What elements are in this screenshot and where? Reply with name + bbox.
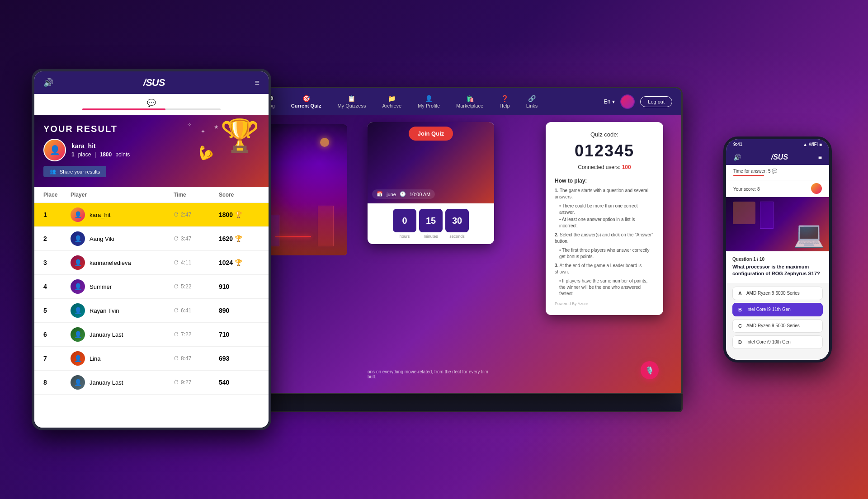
nav-current-quiz[interactable]: 🎯Current Quiz bbox=[288, 93, 325, 110]
row-7-place: 7 bbox=[43, 355, 71, 362]
bullet-1-1: • There could be more than one correct a… bbox=[555, 203, 654, 216]
phone-question-text: What processor is the maximum configurat… bbox=[732, 264, 823, 278]
how-to-step-2: 2. Select the answer(s) and click on the… bbox=[555, 232, 654, 245]
tablet-menu-icon[interactable]: ≡ bbox=[255, 78, 259, 88]
nav-links[interactable]: 🔗Links bbox=[523, 93, 542, 110]
marketplace-icon: 🛍️ bbox=[466, 95, 474, 102]
row-4-score: 910 bbox=[219, 283, 259, 290]
your-result-title: YOUR RESULT bbox=[43, 124, 259, 134]
leaderboard-header: Place Player Time Score bbox=[34, 187, 269, 203]
row-2-score: 1620 🏆 bbox=[219, 235, 259, 242]
phone: 9:41 ▲ WiFi ■ 🔊 /SUS ≡ bbox=[723, 137, 832, 362]
phone-answer-b[interactable]: B Intel Core i9 11th Gen bbox=[732, 303, 823, 316]
countdown-labels: hours minutes seconds bbox=[373, 234, 489, 239]
answer-b-letter: B bbox=[738, 307, 742, 312]
leaderboard-row-1: 1 👤 kara_hit ⏱ 2:47 1800 🏆 bbox=[34, 203, 269, 227]
result-username: kara_hit bbox=[71, 142, 130, 150]
tablet-screen: 🔊 /SUS ≡ 💬 ✦ ★ ✧ bbox=[34, 71, 269, 428]
share-results-button[interactable]: 👥 Share your results bbox=[43, 166, 106, 177]
row-7-time: ⏱ 8:47 bbox=[174, 355, 219, 362]
row-6-score: 710 bbox=[219, 331, 259, 338]
phone-timer-label: Time for answer: 5 💬 bbox=[733, 169, 777, 174]
row-7-avatar: 👤 bbox=[71, 351, 85, 366]
row-1-score: 1800 🏆 bbox=[219, 211, 259, 218]
row-6-place: 6 bbox=[43, 331, 71, 338]
phone-menu-icon[interactable]: ≡ bbox=[818, 154, 822, 161]
row-2-player: 👤 Aang Viki bbox=[71, 231, 174, 246]
row-8-avatar: 👤 bbox=[71, 375, 85, 390]
answer-a-text: AMD Ryzen 9 6000 Series bbox=[746, 291, 800, 296]
clock-icon: ⏱ bbox=[174, 355, 179, 362]
nav-archive[interactable]: 📁Archieve bbox=[378, 93, 405, 110]
hours-block: 0 bbox=[393, 209, 416, 232]
leaderboard-row-5: 5 👤 Rayan Tvin ⏱ 6:41 890 bbox=[34, 299, 269, 323]
row-3-player: 👤 karinanefedieva bbox=[71, 255, 174, 270]
col-player: Player bbox=[71, 192, 174, 198]
archive-icon: 📁 bbox=[388, 95, 396, 102]
phone-answer-c[interactable]: C AMD Ryzen 9 5000 Series bbox=[732, 319, 823, 333]
row-5-name: Rayan Tvin bbox=[90, 307, 119, 314]
row-4-name: Summer bbox=[90, 283, 112, 290]
quiz-date-row: 📅 june 🕙 10:00 AM bbox=[372, 189, 435, 199]
nav-my-profile[interactable]: 👤My Profile bbox=[414, 93, 443, 110]
row-4-place: 4 bbox=[43, 283, 71, 290]
language-selector[interactable]: En ▾ bbox=[604, 99, 615, 105]
phone-time: 9:41 bbox=[733, 142, 742, 147]
battery-icon: ■ bbox=[819, 142, 822, 147]
result-place: 1 bbox=[71, 151, 75, 158]
leaderboard-row-8: 8 👤 January Last ⏱ 9:27 540 bbox=[34, 371, 269, 395]
trophy-icon: 🏆 bbox=[235, 211, 242, 218]
timer-chat-icon: 💬 bbox=[772, 169, 777, 174]
tablet-result-section: ✦ ★ ✧ ✦ ✧ YOUR RESULT 👤 kara_hit 1 place bbox=[34, 115, 269, 187]
laptop-nav-items: 🎮Play 💬Blog 🎯Current Quiz 📋My Quizzess 📁… bbox=[235, 93, 604, 110]
row-2-avatar: 👤 bbox=[71, 231, 85, 246]
logout-button[interactable]: Log out bbox=[640, 96, 672, 107]
nav-user-avatar[interactable] bbox=[620, 94, 635, 109]
bullet-1-2: • At least one answer option in a list i… bbox=[555, 217, 654, 229]
row-2-time: ⏱ 3:47 bbox=[174, 235, 219, 242]
phone-answers: A AMD Ryzen 9 6000 Series B Intel Core i… bbox=[726, 283, 829, 360]
row-4-avatar: 👤 bbox=[71, 279, 85, 294]
question-total: 10 bbox=[760, 257, 764, 262]
countdown-row: 0 15 30 bbox=[373, 209, 489, 232]
phone-header: 🔊 /SUS ≡ bbox=[726, 150, 829, 165]
trophy-icon-2: 🏆 bbox=[235, 235, 242, 242]
answer-c-letter: C bbox=[738, 323, 742, 329]
quiz-time: 10:00 AM bbox=[410, 192, 430, 197]
wifi-icon: WiFi bbox=[809, 142, 818, 147]
answer-b-text: Intel Core i9 11th Gen bbox=[746, 307, 791, 312]
phone-answer-d[interactable]: D Intel Core i9 10th Gen bbox=[732, 335, 823, 349]
row-3-score: 1024 🏆 bbox=[219, 259, 259, 266]
nav-help[interactable]: ❓Help bbox=[496, 93, 514, 110]
quiz-icon: 🎯 bbox=[302, 95, 310, 102]
leaderboard-row-4: 4 👤 Summer ⏱ 5:22 910 bbox=[34, 275, 269, 299]
join-quiz-button[interactable]: Join Quiz bbox=[409, 127, 453, 141]
seconds-value: 30 bbox=[452, 216, 462, 226]
clock-icon: ⏱ bbox=[174, 379, 179, 386]
col-place: Place bbox=[43, 192, 71, 198]
clock-icon: ⏱ bbox=[174, 307, 179, 314]
help-icon: ❓ bbox=[501, 95, 509, 102]
points-label: points bbox=[115, 151, 130, 158]
mic-fab-button[interactable]: 🎙️ bbox=[641, 361, 659, 379]
seconds-label: seconds bbox=[445, 234, 469, 239]
row-5-player: 👤 Rayan Tvin bbox=[71, 303, 174, 318]
clock-icon: ⏱ bbox=[174, 283, 179, 290]
row-7-name: Lina bbox=[90, 355, 101, 362]
row-5-place: 5 bbox=[43, 307, 71, 314]
phone-score-row: Your score: 8 bbox=[726, 180, 829, 197]
row-1-name: kara_hit bbox=[90, 212, 110, 218]
phone-answer-a[interactable]: A AMD Ryzen 9 6000 Series bbox=[732, 287, 823, 300]
how-to-play-title: How to play: bbox=[555, 178, 654, 184]
bullet-2-1: • The first three players who answer cor… bbox=[555, 247, 654, 260]
row-2-name: Aang Viki bbox=[90, 235, 114, 242]
result-user-info: kara_hit 1 place | 1800 points bbox=[71, 142, 130, 158]
result-points: 1800 bbox=[100, 151, 112, 158]
nav-my-quizzes[interactable]: 📋My Quizzess bbox=[334, 93, 369, 110]
hours-value: 0 bbox=[402, 216, 407, 226]
phone-speaker-icon: 🔊 bbox=[733, 154, 741, 161]
connected-users-text: Connected users: 100 bbox=[555, 164, 654, 170]
nav-marketplace[interactable]: 🛍️Marketplace bbox=[453, 93, 487, 110]
phone-question-section: Question 1 / 10 What processor is the ma… bbox=[726, 251, 829, 283]
phone-status-bar: 9:41 ▲ WiFi ■ bbox=[726, 139, 829, 150]
